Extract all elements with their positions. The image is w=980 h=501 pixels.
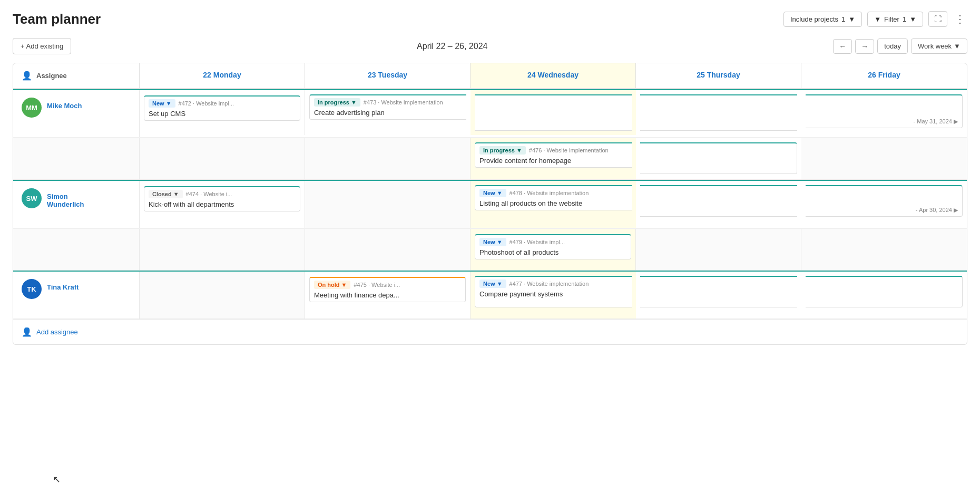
task-478-end[interactable]: - Apr 30, 2024 ▶ (806, 185, 963, 217)
task-478-mid[interactable] (640, 185, 797, 217)
assignee-column-header: 👤 Assignee (13, 63, 140, 88)
assignee-icon: 👤 (22, 71, 32, 81)
task-project-478: #478 · Website implementation (509, 190, 589, 196)
status-badge-on-hold[interactable]: On hold ▼ (314, 281, 350, 289)
wednesday-header: 24 Wednesday (471, 63, 636, 88)
simon-tuesday-cell (305, 181, 471, 228)
simon-friday-cell: - Apr 30, 2024 ▶ (801, 181, 967, 228)
mike-wednesday-cell (471, 90, 636, 135)
end-date: - May 31, 2024 ▶ (914, 118, 958, 125)
grid-header: 👤 Assignee 22 Monday 23 Tuesday 24 Wedne… (13, 63, 967, 89)
include-projects-button[interactable]: Include projects 1 ▼ (783, 12, 862, 27)
mike-tuesday-cell: In progress ▼ #473 · Website implementat… (305, 90, 471, 135)
task-478-start[interactable]: New ▼ #478 · Website implementation List… (475, 185, 632, 210)
simon-monday-cell: Closed ▼ #474 · Website i... Kick-off wi… (140, 181, 305, 228)
badge-arrow-475: ▼ (341, 282, 347, 288)
task-473-mid2[interactable] (640, 94, 797, 131)
task-475[interactable]: On hold ▼ #475 · Website i... Meeting wi… (309, 277, 466, 302)
status-badge-in-progress[interactable]: In progress ▼ (314, 98, 360, 107)
task-header: New ▼ #472 · Website impl... (149, 99, 296, 108)
task-476-end[interactable] (640, 142, 797, 174)
task-476-start[interactable]: In progress ▼ #476 · Website implementat… (475, 142, 632, 168)
simon-monday-cell-2 (140, 229, 305, 270)
mike-thursday-cell (636, 90, 801, 135)
mike-tuesday-cell-2 (305, 138, 471, 179)
mike-assignee-cell-2 (13, 138, 140, 179)
person-mike-moch: MM Mike Moch New ▼ #472 · Website impl..… (13, 89, 967, 180)
add-assignee-row[interactable]: 👤 Add assignee (13, 319, 967, 344)
add-existing-button[interactable]: + Add existing (13, 38, 71, 54)
tina-friday-cell (801, 272, 967, 319)
badge-arrow-477: ▼ (497, 281, 503, 287)
filter-count: 1 (903, 15, 906, 23)
status-badge-new-479[interactable]: New ▼ (479, 238, 506, 246)
simon-name[interactable]: SimonWunderlich (47, 188, 84, 208)
simon-assignee-cell: SW SimonWunderlich (13, 181, 140, 228)
prev-week-button[interactable]: ← (833, 39, 852, 54)
simon-thursday-cell-2 (636, 229, 801, 270)
status-badge-new-478[interactable]: New ▼ (479, 189, 506, 197)
header-controls: Include projects 1 ▼ ▼ Filter 1 ▼ ⛶ ⋮ (783, 11, 967, 27)
tina-assignee-cell: TK Tina Kraft (13, 272, 140, 319)
badge-arrow: ▼ (351, 99, 357, 105)
task-project: #473 · Website implementation (364, 99, 443, 105)
status-badge-in-progress-2[interactable]: In progress ▼ (479, 146, 526, 155)
assignee-label: Assignee (36, 72, 67, 80)
task-478-title: Listing all products on the website (479, 199, 628, 207)
app-container: Team planner Include projects 1 ▼ ▼ Filt… (0, 0, 980, 501)
nav-controls: ← → today Work week ▼ (833, 38, 967, 54)
task-project-477: #477 · Website implementation (509, 281, 589, 287)
next-week-button[interactable]: → (855, 39, 874, 54)
task-474[interactable]: Closed ▼ #474 · Website i... Kick-off wi… (144, 186, 300, 211)
task-477-start[interactable]: New ▼ #477 · Website implementation Comp… (475, 276, 632, 307)
view-label: Work week (918, 42, 952, 50)
header: Team planner Include projects 1 ▼ ▼ Filt… (13, 11, 967, 27)
mike-name[interactable]: Mike Moch (47, 98, 82, 110)
badge-arrow-479: ▼ (497, 239, 503, 245)
mike-assignee-cell: MM Mike Moch (13, 90, 140, 137)
mike-friday-cell: - May 31, 2024 ▶ (801, 90, 967, 135)
task-title: Set up CMS (149, 110, 296, 118)
task-473-mid1[interactable] (475, 94, 632, 131)
task-477-title: Compare payment systems (479, 290, 628, 298)
view-chevron-icon: ▼ (954, 42, 961, 50)
task-477-mid[interactable] (640, 276, 797, 307)
filter-button[interactable]: ▼ Filter 1 ▼ (867, 12, 923, 27)
tuesday-header: 23 Tuesday (305, 63, 471, 88)
mike-row-1: MM Mike Moch New ▼ #472 · Website impl..… (13, 90, 967, 138)
filter-icon: ▼ (874, 15, 881, 23)
tina-thursday-cell (636, 272, 801, 319)
date-range-label: April 22 – 26, 2024 (417, 42, 487, 51)
task-472[interactable]: New ▼ #472 · Website impl... Set up CMS (144, 95, 300, 121)
cursor-indicator: ↖ (53, 474, 61, 485)
task-project: #472 · Website impl... (179, 100, 234, 107)
mike-thursday-cell-2 (636, 138, 801, 179)
badge-arrow: ▼ (166, 100, 172, 107)
today-button[interactable]: today (877, 38, 908, 54)
friday-header: 26 Friday (801, 63, 967, 88)
simon-thursday-cell (636, 181, 801, 228)
planner-grid: 👤 Assignee 22 Monday 23 Tuesday 24 Wedne… (13, 63, 967, 345)
add-assignee-label: Add assignee (36, 328, 78, 336)
task-473-end[interactable]: - May 31, 2024 ▶ (806, 94, 963, 128)
badge-arrow-478: ▼ (497, 190, 503, 196)
toolbar: + Add existing April 22 – 26, 2024 ← → t… (13, 38, 967, 54)
status-badge-new[interactable]: New ▼ (149, 99, 175, 108)
status-badge-closed[interactable]: Closed ▼ (149, 190, 183, 198)
simon-wednesday-cell-2: New ▼ #479 · Website impl... Photoshoot … (471, 229, 636, 270)
add-assignee-icon: 👤 (22, 327, 32, 337)
tina-name[interactable]: Tina Kraft (47, 279, 79, 291)
status-badge-new-477[interactable]: New ▼ (479, 280, 506, 288)
more-options-button[interactable]: ⋮ (953, 11, 967, 27)
view-select[interactable]: Work week ▼ (911, 38, 967, 54)
task-477-end[interactable] (806, 276, 963, 307)
page-title: Team planner (13, 11, 101, 27)
task-479[interactable]: New ▼ #479 · Website impl... Photoshoot … (475, 234, 631, 259)
simon-row-2: New ▼ #479 · Website impl... Photoshoot … (13, 228, 967, 271)
mike-row-2: In progress ▼ #476 · Website implementat… (13, 138, 967, 180)
fullscreen-button[interactable]: ⛶ (928, 11, 947, 27)
task-473-start[interactable]: In progress ▼ #473 · Website implementat… (309, 94, 466, 120)
simon-wednesday-cell: New ▼ #478 · Website implementation List… (471, 181, 636, 228)
add-existing-label: + Add existing (21, 42, 63, 50)
person-simon-wunderlich: SW SimonWunderlich Closed ▼ #474 · Websi… (13, 180, 967, 271)
